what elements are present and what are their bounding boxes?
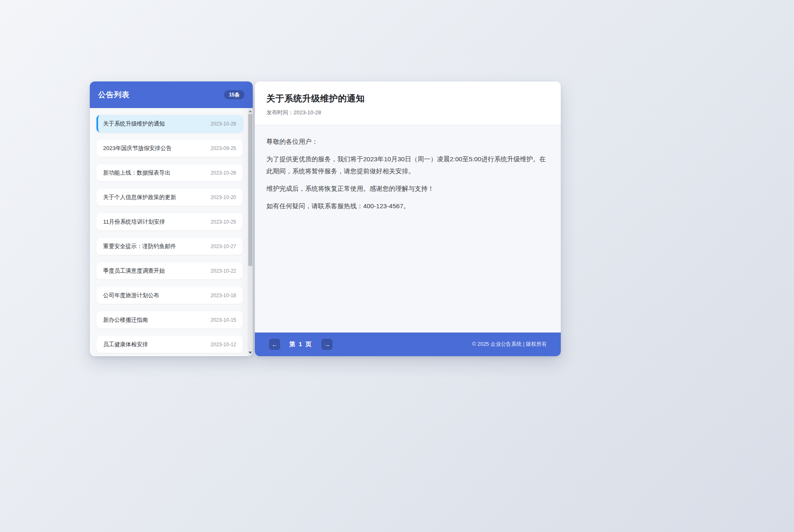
announcement-list-item[interactable]: 关于系统升级维护的通知 2023-10-28 bbox=[96, 115, 243, 132]
announcement-item-date: 2023-10-28 bbox=[211, 121, 236, 127]
announcement-list-item[interactable]: 关于个人信息保护政策的更新 2023-10-20 bbox=[96, 189, 243, 206]
announcement-item-date: 2023-10-26 bbox=[211, 170, 236, 176]
announcement-list-item[interactable]: 员工健康体检安排 2023-10-12 bbox=[96, 336, 243, 353]
announcement-item-date: 2023-10-15 bbox=[211, 317, 236, 323]
publish-date: 发布时间：2023-10-28 bbox=[266, 109, 549, 116]
announcement-item-date: 2023-10-12 bbox=[211, 342, 236, 347]
announcement-item-date: 2023-10-20 bbox=[211, 195, 236, 200]
scroll-down-arrow-icon[interactable] bbox=[248, 350, 253, 355]
announcement-item-title: 新办公楼搬迁指南 bbox=[103, 316, 148, 324]
announcement-item-title: 重要安全提示：谨防钓鱼邮件 bbox=[103, 243, 176, 250]
announcement-item-title: 新功能上线：数据报表导出 bbox=[103, 169, 170, 177]
announcement-item-date: 2023-09-25 bbox=[211, 145, 236, 151]
announcement-list-item[interactable]: 新办公楼搬迁指南 2023-10-15 bbox=[96, 311, 243, 328]
announcement-count-badge: 15条 bbox=[224, 90, 244, 99]
announcement-list-item[interactable]: 新功能上线：数据报表导出 2023-10-26 bbox=[96, 164, 243, 181]
announcement-item-date: 2023-10-18 bbox=[211, 293, 236, 298]
announcement-item-title: 2023年国庆节放假安排公告 bbox=[103, 145, 172, 152]
detail-footer: ← 第 1 页 → © 2025 企业公告系统 | 版权所有 bbox=[255, 332, 561, 356]
copyright-text: © 2025 企业公告系统 | 版权所有 bbox=[472, 341, 547, 348]
announcement-item-title: 11月份系统培训计划安排 bbox=[103, 218, 165, 226]
announcement-list: 关于系统升级维护的通知 2023-10-28 2023年国庆节放假安排公告 20… bbox=[90, 108, 253, 356]
announcement-item-date: 2023-10-27 bbox=[211, 244, 236, 249]
detail-header: 关于系统升级维护的通知 发布时间：2023-10-28 bbox=[255, 81, 561, 125]
announcement-paragraph: 如有任何疑问，请联系客服热线：400-123-4567。 bbox=[266, 200, 549, 212]
prev-page-button[interactable]: ← bbox=[269, 339, 280, 350]
announcement-list-item[interactable]: 重要安全提示：谨防钓鱼邮件 2023-10-27 bbox=[96, 238, 243, 255]
scrollbar-thumb[interactable] bbox=[248, 114, 252, 266]
list-panel-header: 公告列表 15条 bbox=[90, 81, 253, 108]
announcement-list-item[interactable]: 2023年国庆节放假安排公告 2023-09-25 bbox=[96, 140, 243, 157]
page-indicator: 第 1 页 bbox=[289, 340, 312, 348]
announcement-list-items: 关于系统升级维护的通知 2023-10-28 2023年国庆节放假安排公告 20… bbox=[96, 115, 243, 353]
announcement-item-title: 公司年度旅游计划公布 bbox=[103, 292, 159, 299]
announcement-list-item[interactable]: 公司年度旅游计划公布 2023-10-18 bbox=[96, 287, 243, 304]
announcement-paragraph: 维护完成后，系统将恢复正常使用。感谢您的理解与支持！ bbox=[266, 182, 549, 195]
announcement-list-item[interactable]: 11月份系统培训计划安排 2023-10-25 bbox=[96, 213, 243, 230]
announcement-item-title: 员工健康体检安排 bbox=[103, 341, 148, 348]
announcement-list-item[interactable]: 季度员工满意度调查开始 2023-10-22 bbox=[96, 262, 243, 279]
next-page-button[interactable]: → bbox=[321, 339, 333, 350]
announcement-item-title: 季度员工满意度调查开始 bbox=[103, 267, 165, 275]
announcement-body: 尊敬的各位用户：为了提供更优质的服务，我们将于2023年10月30日（周一）凌晨… bbox=[255, 125, 561, 332]
list-scrollbar[interactable] bbox=[248, 108, 253, 356]
announcement-item-date: 2023-10-22 bbox=[211, 268, 236, 274]
announcement-item-title: 关于系统升级维护的通知 bbox=[103, 120, 165, 128]
announcement-paragraph: 为了提供更优质的服务，我们将于2023年10月30日（周一）凌晨2:00至5:0… bbox=[266, 153, 549, 177]
announcement-detail-title: 关于系统升级维护的通知 bbox=[266, 93, 549, 104]
announcement-paragraph: 尊敬的各位用户： bbox=[266, 135, 549, 148]
list-panel-title: 公告列表 bbox=[98, 90, 130, 100]
announcement-item-title: 关于个人信息保护政策的更新 bbox=[103, 194, 176, 201]
announcement-detail-panel: 关于系统升级维护的通知 发布时间：2023-10-28 尊敬的各位用户：为了提供… bbox=[255, 81, 561, 356]
scroll-up-arrow-icon[interactable] bbox=[248, 108, 253, 114]
announcement-list-panel: 公告列表 15条 关于系统升级维护的通知 2023-10-28 2023年国庆节… bbox=[90, 81, 253, 356]
announcement-item-date: 2023-10-25 bbox=[211, 219, 236, 225]
